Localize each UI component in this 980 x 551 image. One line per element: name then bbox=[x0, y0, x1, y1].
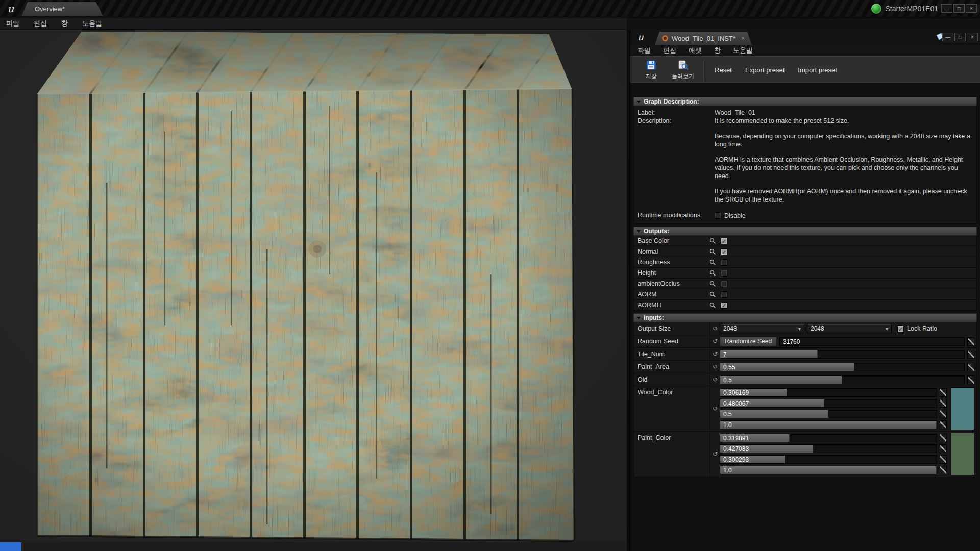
description-paragraph: If you have removed AORMH(or AORM) once … bbox=[715, 187, 976, 204]
paint-color-r-slider[interactable]: 0.319891 bbox=[720, 434, 937, 442]
output-checkbox[interactable]: ✓ bbox=[721, 238, 727, 244]
revert-icon[interactable]: ↺ bbox=[710, 335, 720, 347]
paint-color-g-slider[interactable]: 0.427083 bbox=[720, 444, 937, 453]
session-orb-icon bbox=[871, 4, 881, 14]
function-curve-icon[interactable] bbox=[940, 455, 947, 464]
tab-wood-tile-inst[interactable]: Wood_Tile_01_INST* × bbox=[655, 32, 752, 45]
panel-menu-file[interactable]: 파일 bbox=[638, 46, 651, 55]
panel-minimize-button[interactable]: — bbox=[942, 33, 953, 41]
output-row-base-color: Base Color ✓ bbox=[633, 236, 977, 246]
panel-maximize-button[interactable]: □ bbox=[954, 33, 966, 41]
section-inputs-label: Inputs: bbox=[644, 314, 664, 321]
panel-menu-bar: 파일 편집 애셋 창 도움말 bbox=[630, 45, 980, 56]
revert-icon[interactable]: ↺ bbox=[710, 432, 720, 477]
function-curve-icon[interactable] bbox=[940, 388, 947, 397]
reset-button[interactable]: Reset bbox=[708, 58, 739, 82]
function-curve-icon[interactable] bbox=[940, 444, 947, 453]
revert-icon[interactable]: ↺ bbox=[710, 361, 720, 373]
magnifier-icon[interactable] bbox=[708, 270, 717, 277]
function-curve-icon[interactable] bbox=[940, 466, 947, 474]
magnifier-icon[interactable] bbox=[708, 248, 717, 255]
lock-ratio-checkbox[interactable]: ✓ bbox=[897, 325, 904, 332]
import-preset-button[interactable]: Import preset bbox=[791, 58, 844, 82]
3d-viewport[interactable] bbox=[0, 30, 627, 551]
viewport-corner-blue-widget bbox=[0, 542, 21, 551]
output-checkbox[interactable]: ✓ bbox=[721, 302, 727, 309]
toolbar-separator bbox=[703, 59, 704, 81]
material-instance-icon bbox=[662, 35, 668, 41]
label-value: Wood_Tile_01 bbox=[715, 109, 976, 117]
function-curve-icon[interactable] bbox=[940, 399, 947, 408]
panel-menu-window[interactable]: 창 bbox=[714, 46, 721, 55]
output-checkbox[interactable] bbox=[721, 291, 727, 298]
random-seed-slider[interactable]: 31760 bbox=[779, 337, 965, 346]
browse-button[interactable]: 둘러보기 bbox=[667, 57, 699, 83]
tab-close-icon[interactable]: × bbox=[741, 35, 745, 42]
function-curve-icon[interactable] bbox=[967, 363, 974, 371]
runtime-disable-checkbox[interactable] bbox=[715, 212, 721, 219]
output-checkbox[interactable] bbox=[721, 281, 727, 287]
wood-color-b-slider[interactable]: 0.5 bbox=[720, 410, 937, 418]
tile-num-slider[interactable]: 7 bbox=[720, 350, 965, 359]
function-curve-icon[interactable] bbox=[940, 420, 947, 429]
input-label: Output Size bbox=[634, 322, 710, 335]
input-label: Old bbox=[634, 373, 710, 386]
wood-color-r-slider[interactable]: 0.306169 bbox=[720, 388, 937, 397]
minimize-button[interactable]: — bbox=[941, 4, 952, 13]
function-curve-icon[interactable] bbox=[940, 410, 947, 418]
description-key: Description: bbox=[634, 117, 715, 125]
collapse-triangle-icon bbox=[636, 317, 641, 319]
revert-icon[interactable]: ↺ bbox=[710, 348, 720, 360]
menu-item-file[interactable]: 파일 bbox=[6, 19, 19, 28]
magnifier-icon[interactable] bbox=[708, 238, 717, 244]
paint-area-slider[interactable]: 0.55 bbox=[720, 363, 965, 371]
old-slider[interactable]: 0.5 bbox=[720, 375, 965, 384]
menu-item-help[interactable]: 도움말 bbox=[82, 19, 102, 28]
revert-icon[interactable]: ↺ bbox=[710, 322, 720, 335]
section-outputs[interactable]: Outputs: bbox=[633, 227, 977, 236]
output-row-height: Height bbox=[633, 268, 977, 279]
close-button[interactable]: × bbox=[966, 4, 977, 13]
panel-menu-edit[interactable]: 편집 bbox=[663, 46, 676, 55]
paint-color-b-slider[interactable]: 0.300293 bbox=[720, 455, 937, 464]
magnifier-icon[interactable] bbox=[708, 291, 717, 298]
description-paragraph: AORMH is a texture that combines Ambient… bbox=[715, 156, 976, 180]
material-instance-editor: u Wood_Tile_01_INST* × — □ × 파일 편집 애셋 창 bbox=[630, 30, 980, 551]
wood-color-a-slider[interactable]: 1.0 bbox=[720, 420, 937, 429]
output-size-width-dropdown[interactable]: 2048 ▾ bbox=[720, 324, 804, 333]
menu-item-edit[interactable]: 편집 bbox=[34, 19, 47, 28]
runtime-disable-label: Disable bbox=[724, 212, 746, 219]
tab-overview[interactable]: Overview* bbox=[21, 2, 103, 16]
function-curve-icon[interactable] bbox=[967, 337, 974, 346]
function-curve-icon[interactable] bbox=[940, 434, 947, 442]
paint-color-a-slider[interactable]: 1.0 bbox=[720, 466, 937, 474]
magnifier-icon[interactable] bbox=[708, 302, 717, 309]
output-label: AORMH bbox=[634, 302, 708, 309]
panel-menu-help[interactable]: 도움말 bbox=[733, 46, 753, 55]
menu-item-window[interactable]: 창 bbox=[61, 19, 68, 28]
panel-close-button[interactable]: × bbox=[967, 33, 978, 41]
save-button[interactable]: 저장 bbox=[635, 57, 667, 83]
chevron-down-icon: ▾ bbox=[798, 326, 801, 332]
output-row-aormh: AORMH ✓ bbox=[633, 300, 977, 311]
section-inputs[interactable]: Inputs: bbox=[633, 313, 977, 322]
revert-icon[interactable]: ↺ bbox=[710, 386, 720, 431]
output-checkbox[interactable] bbox=[721, 259, 727, 266]
section-graph-description[interactable]: Graph Description: bbox=[633, 97, 977, 106]
output-label: AORM bbox=[634, 291, 708, 298]
function-curve-icon[interactable] bbox=[967, 350, 974, 359]
wood-color-swatch[interactable] bbox=[951, 387, 974, 430]
output-size-height-dropdown[interactable]: 2048 ▾ bbox=[807, 324, 892, 333]
magnifier-icon[interactable] bbox=[708, 259, 717, 266]
magnifier-icon[interactable] bbox=[708, 281, 717, 287]
panel-menu-asset[interactable]: 애셋 bbox=[689, 46, 702, 55]
output-checkbox[interactable] bbox=[721, 270, 727, 277]
paint-color-swatch[interactable] bbox=[951, 433, 974, 475]
randomize-seed-button[interactable]: Randomize Seed bbox=[720, 337, 777, 346]
output-checkbox[interactable]: ✓ bbox=[721, 248, 727, 255]
wood-color-g-slider[interactable]: 0.480067 bbox=[720, 399, 937, 408]
export-preset-button[interactable]: Export preset bbox=[739, 58, 791, 82]
maximize-button[interactable]: □ bbox=[953, 4, 965, 13]
function-curve-icon[interactable] bbox=[967, 375, 974, 384]
revert-icon[interactable]: ↺ bbox=[710, 373, 720, 386]
